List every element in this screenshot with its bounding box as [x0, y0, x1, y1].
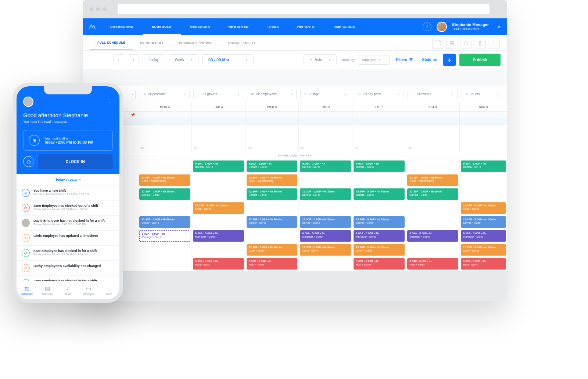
shift-block[interactable]: 12:30P - 5:00P • 4h 30minCook • SoHo [300, 244, 351, 256]
copy-icon[interactable]: ⧉ [446, 37, 458, 49]
shift-block[interactable]: 9:00A - 5:00P • 8hManager • SoHo [193, 230, 244, 242]
group-by-select[interactable]: Employee ▾ [358, 55, 390, 65]
prev-week-button[interactable]: ‹ [113, 54, 124, 65]
shift-block[interactable]: 12:30P - 5:00P • 4h 30minCook • Williams… [407, 174, 458, 186]
day-header: FRI 7 [352, 102, 406, 111]
fullscreen-icon[interactable]: ⛶ [432, 37, 444, 49]
topnav-tab-messages[interactable]: MESSAGES [181, 18, 219, 35]
shift-block[interactable]: 9:00A - 1:00P • 4hBarista • SoHo [461, 160, 506, 172]
shift-block[interactable]: 12:30P - 5:00P • 4h 30minServer • SoHo [461, 216, 506, 228]
feed-icon: ⊞ [22, 189, 30, 197]
shift-block[interactable]: 12:30P - 5:00P • 4h 30minServer • SoHo [247, 216, 298, 228]
shift-block[interactable]: 5:00P - 9:00P • 4hHost • SoHo [247, 258, 298, 270]
export-icon[interactable]: ⇪ [474, 37, 486, 49]
shift-block[interactable]: 12:30P - 5:00P • 4h 30minServer • SoHo [300, 216, 351, 228]
period-select[interactable]: Week▾ [169, 54, 198, 65]
feed-item[interactable]: ⊞You have a new shiftTuesday | March 19 … [17, 185, 119, 201]
mobile-tab-messages[interactable]: ▭Messages [78, 281, 99, 299]
today-button[interactable]: Today [143, 54, 165, 65]
collapse-left-button[interactable]: ‹ [130, 89, 136, 99]
shift-block[interactable]: 12:30P - 5:00P • 4h 30minServer • SoHo [139, 216, 190, 228]
topnav-tab-schedule[interactable]: SCHEDULE [143, 18, 181, 35]
feed-item[interactable]: ⏱Kate Employee has clocked in for a shif… [17, 246, 119, 261]
filter-all-groups[interactable]: ⚇All groups▾ [193, 89, 243, 99]
topnav-tab-dashboard[interactable]: DASHBOARD [101, 18, 143, 35]
shift-block[interactable]: 12:30P - 5:00P • 4h 30minServer • SoHo [354, 216, 405, 228]
mobile-tab-dashboard[interactable]: ▨Dashboard [17, 281, 37, 299]
filter-all-day-parts[interactable]: ◷All day parts▾ [354, 89, 404, 99]
feed-item[interactable]: ⏱Jane Employee has clocked out of a shif… [17, 201, 119, 216]
subnav-tab-pending-approval[interactable]: PENDING APPROVAL [172, 35, 221, 50]
chevron-down-icon[interactable]: ▾ [498, 25, 500, 29]
auto-select[interactable]: ✎Auto▾ [304, 54, 337, 65]
mobile-tab-tasks[interactable]: ✓Tasks [58, 281, 78, 299]
shift-block[interactable]: 12:30P - 5:00P • 4h 30minCook • SoHo [354, 244, 405, 256]
shift-block[interactable]: 9:00A - 1:00P • 4hBarista • SoHo [193, 160, 244, 172]
next-shift-value: Today • 2:00 PM to 10:00 PM [44, 140, 93, 144]
topnav-tab-newsfeed[interactable]: NEWSFEED [219, 18, 258, 35]
shift-block[interactable]: 12:30P - 5:00P • 4h 30minCook • SoHo [193, 202, 244, 214]
group-by-label: Group by: [340, 58, 355, 62]
filter-all-employees[interactable]: ⚉All employees▾ [247, 89, 297, 99]
add-shift-button[interactable]: ＋ [443, 54, 456, 66]
next-shift-card[interactable]: ⊞ Your next shift is Today • 2:00 PM to … [23, 130, 113, 151]
user-menu[interactable]: Stephanie Manager Toast Restaurant [452, 23, 489, 31]
feed-item[interactable]: David Employee has not clocked in for a … [17, 216, 119, 231]
unread-count: You have 5 unread messages [23, 120, 113, 123]
shift-block[interactable]: 9:00A - 1:00P • 4hBarista • SoHo [247, 160, 298, 172]
shift-block[interactable]: 12:30P - 5:00P • 4h 30minBarista • SoHo [247, 188, 298, 200]
shift-block[interactable]: 5:00P - 9:00P • 4hHost • SoHo [193, 258, 244, 270]
shift-block[interactable]: 12:30P - 5:00P • 4h 30minCook • Williams… [247, 174, 298, 186]
shift-block[interactable]: 12:30P - 5:00P • 4h 30minBarista • SoHo [407, 188, 458, 200]
shift-block[interactable]: 9:00A - 1:00P • 4hBarista • SoHo [300, 160, 351, 172]
filter-all-events[interactable]: ☷All events▾ [408, 89, 458, 99]
subnav-tab-my-schedule[interactable]: MY SCHEDULE [133, 35, 172, 50]
date-range-picker[interactable]: 03 - 09 Mar▾ [202, 54, 254, 65]
stats-button[interactable]: Stats▭ [419, 58, 440, 62]
next-week-button[interactable]: › [128, 54, 139, 65]
shift-block[interactable]: 9:00A - 5:00P • 8hManager • SoHo [461, 230, 506, 242]
topnav-tab-tasks[interactable]: TASKS [258, 18, 288, 35]
shift-block[interactable]: 12:30P - 5:00P • 4h 30minBarista • SoHo [354, 188, 405, 200]
subnav-tab-unavailability[interactable]: UNAVAILABILITY [221, 35, 263, 50]
topnav-tab-time-clock[interactable]: TIME CLOCK [324, 18, 365, 35]
more-icon[interactable]: ⋮ [488, 37, 500, 49]
day-header: THU 6 [298, 102, 352, 111]
feed-icon: ⏱ [22, 249, 30, 257]
shift-block[interactable]: 9:00A - 5:00P • 8hManager • SoHo [407, 230, 458, 242]
shift-block[interactable]: 12:30P - 5:00P • 4h 30minBarista • SoHo [139, 188, 190, 200]
shift-block[interactable]: 5:00P - 9:00P • 4hHost • SoHo [461, 258, 506, 270]
user-avatar[interactable] [437, 22, 447, 32]
shift-block[interactable]: 9:00A - 1:00P • 4hBarista • SoHo [354, 160, 405, 172]
mobile-avatar[interactable] [23, 97, 33, 107]
feed-item[interactable]: ◷Cathy Employee's availability has chang… [17, 261, 119, 276]
mobile-more-icon[interactable]: ⋮ [107, 98, 113, 105]
shift-block[interactable]: 5:00P - 9:00P • 4hHost • SoHo [407, 258, 458, 270]
counts-select[interactable]: ≡Counts▾ [462, 89, 502, 99]
feed-item[interactable]: ✎Chris Employee has updated a timesheet [17, 231, 119, 246]
print-icon[interactable]: ⎙ [460, 37, 472, 49]
mobile-tab-more[interactable]: ≡More [99, 281, 119, 299]
shift-block[interactable]: 12:30P - 5:00P • 4h 30minBarista • SoHo [300, 188, 351, 200]
filter-all-positions[interactable]: ≡All positions▾ [140, 89, 190, 99]
shift-block[interactable]: 9:00A - 5:00P • 8hManager • SoHo [139, 230, 190, 242]
topnav-tab-reports[interactable]: REPORTS [288, 18, 324, 35]
shift-block[interactable]: 9:00A - 5:00P • 8hManager • SoHo [354, 230, 405, 242]
filter-all-tags[interactable]: ⌗All tags▾ [300, 89, 350, 99]
shift-block[interactable]: 9:00A - 5:00P • 8hManager • SoHo [300, 230, 351, 242]
clock-in-button[interactable]: CLOCK IN [38, 154, 113, 169]
shift-block[interactable]: 12:30P - 5:00P • 4h 30minCook • SoHo [247, 244, 298, 256]
traffic-lights [89, 7, 107, 11]
shift-block[interactable]: 12:30P - 5:00P • 4h 30minCook • SoHo [461, 202, 506, 214]
publish-button[interactable]: Publish [459, 54, 501, 66]
shift-row: 9:00A - 5:00P • 8hManager • SoHo9:00A - … [83, 229, 507, 243]
mobile-tab-schedule[interactable]: ▤Schedule [37, 281, 58, 299]
shift-block[interactable]: 12:30P - 5:00P • 4h 30minCook • SoHo [461, 244, 506, 256]
address-bar[interactable] [118, 4, 490, 14]
filters-button[interactable]: Filters☰ [393, 58, 416, 62]
info-icon[interactable]: i [423, 22, 431, 31]
roster-link[interactable]: Today's roster > [17, 174, 119, 185]
shift-block[interactable]: 12:30P - 5:00P • 4h 30minCook • Williams… [139, 174, 190, 186]
shift-block[interactable]: 5:00P - 9:00P • 4hHost • SoHo [354, 258, 405, 270]
subnav-tab-full-schedule[interactable]: FULL SCHEDULE [90, 35, 133, 50]
